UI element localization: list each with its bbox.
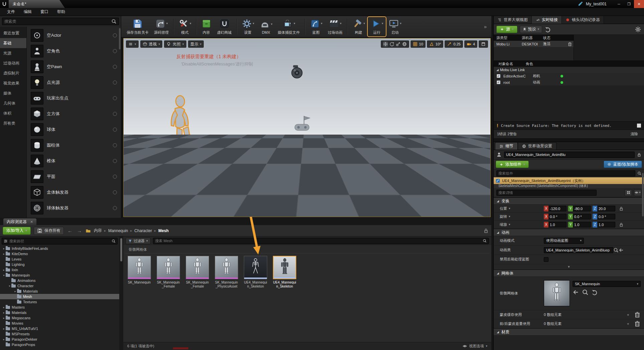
world-local-toggle-icon[interactable]: [402, 42, 407, 46]
toolbar-button[interactable]: ▾构建: [349, 17, 368, 36]
filters-button[interactable]: 过滤器▾: [126, 238, 151, 244]
place-category[interactable]: 最近放置: [0, 28, 26, 38]
expand-triangle-icon[interactable]: ◢: [496, 68, 499, 71]
add-source-button[interactable]: ＋源▾: [496, 26, 517, 33]
add-component-button[interactable]: ＋添加组件▾: [496, 161, 529, 168]
place-item[interactable]: 空Actor: [27, 27, 121, 43]
place-category[interactable]: 基础: [0, 38, 26, 48]
tab-details[interactable]: 细节: [495, 142, 518, 150]
section-material[interactable]: ◢材质: [494, 328, 644, 336]
tree-folder-row[interactable]: ▸Masters: [0, 305, 119, 310]
lock-icon[interactable]: [619, 214, 624, 219]
trash-icon[interactable]: [634, 320, 641, 327]
toolbar-overflow-button[interactable]: »: [482, 24, 489, 29]
dock-tab[interactable]: 实时链接: [532, 16, 562, 24]
presets-button[interactable]: 预设▾: [520, 26, 542, 33]
place-item[interactable]: 球体触发器: [27, 200, 121, 216]
perspective-button[interactable]: 透视▾: [140, 40, 163, 48]
class-search-input[interactable]: [4, 19, 111, 24]
blueprint-add-script-button[interactable]: 蓝图/添加脚本: [604, 161, 642, 168]
toolbar-button[interactable]: ▾模式: [176, 17, 194, 36]
axis-y-value[interactable]: 0.0 °: [573, 214, 591, 219]
place-item[interactable]: 点光源: [27, 74, 121, 90]
livelink-subject-row[interactable]: ✓root动画: [494, 79, 644, 85]
transform-label[interactable]: 缩放 ▾: [494, 222, 544, 227]
browse-to-asset-icon[interactable]: [613, 247, 619, 253]
tree-scrollbar[interactable]: [119, 236, 123, 350]
toolbar-button[interactable]: ▾蓝图: [307, 17, 325, 36]
place-item[interactable]: 椎体: [27, 153, 121, 169]
reset-icon[interactable]: [591, 289, 598, 296]
toolbar-button[interactable]: ▾运行: [368, 17, 386, 36]
add-import-button[interactable]: 添加/导入▾: [3, 227, 31, 235]
axis-y-value[interactable]: 1.0: [573, 222, 591, 227]
rotation-snap-control[interactable]: 10°: [427, 40, 444, 48]
toolbar-button[interactable]: 内容: [198, 17, 214, 36]
asset-tile[interactable]: SK_Mannequin_Female: [156, 256, 180, 289]
tree-folder-row[interactable]: ▾Character: [0, 283, 119, 289]
actor-name-field[interactable]: [504, 152, 635, 158]
expand-arrow-icon[interactable]: ▸: [2, 311, 6, 314]
asset-thumbnail[interactable]: [215, 256, 238, 279]
grid-snap-control[interactable]: 10: [411, 40, 426, 48]
asset-thumbnail[interactable]: [244, 256, 267, 279]
chevron-down-icon[interactable]: ▾: [382, 22, 383, 25]
asset-thumbnail[interactable]: [157, 256, 180, 279]
class-search-box[interactable]: [2, 18, 119, 25]
tree-folder-row[interactable]: Mesh: [0, 294, 119, 299]
section-animation[interactable]: ◢动画: [494, 229, 644, 236]
axis-x-value[interactable]: -120.0: [548, 206, 567, 211]
property-matrix-button[interactable]: [625, 189, 632, 196]
asset-thumbnail[interactable]: [186, 256, 209, 279]
transform-label[interactable]: 旋转 ▾: [494, 214, 544, 219]
path-picker-icon[interactable]: [86, 228, 91, 233]
expand-arrow-icon[interactable]: ▾: [2, 274, 6, 277]
tree-folder-row[interactable]: ▸Megascans: [0, 315, 119, 321]
tree-folder-row[interactable]: Textures: [0, 299, 119, 305]
forward-button[interactable]: →: [76, 228, 83, 233]
dock-tab[interactable]: 镜头试拍记录器: [562, 16, 604, 24]
move-tool-icon[interactable]: [383, 42, 388, 46]
chevron-down-icon[interactable]: ▾: [321, 22, 323, 25]
tree-folder-row[interactable]: Movies: [0, 321, 119, 326]
tree-folder-row[interactable]: ▸KiteDemo: [0, 251, 119, 256]
expand-arrow-icon[interactable]: ▸: [2, 252, 6, 255]
lock-icon[interactable]: [637, 153, 641, 157]
axis-z-value[interactable]: 0.0 °: [597, 214, 615, 219]
tree-folder-row[interactable]: ParagonProps: [0, 342, 119, 347]
transform-label[interactable]: 位置 ▾: [494, 206, 544, 211]
subject-group-row[interactable]: ◢ Mobu Live Link: [494, 67, 644, 73]
lock-icon[interactable]: [483, 228, 489, 233]
place-item[interactable]: 球体: [27, 122, 121, 137]
path-search-input[interactable]: [9, 239, 110, 243]
level-viewport[interactable]: 反射捕获需要重建（1 未构建） 'DisableAllScreenMessage…: [123, 38, 491, 217]
expand-arrow-icon[interactable]: ▸: [2, 306, 6, 309]
place-item[interactable]: 空Pawn: [27, 59, 121, 74]
chevron-down-icon[interactable]: ▾: [271, 23, 273, 26]
scale-snap-control[interactable]: 0.25: [445, 40, 463, 48]
tree-folder-row[interactable]: ▸MS_UrbAlTutV1: [0, 326, 119, 331]
section-transform[interactable]: ◢变换: [494, 197, 644, 205]
place-category[interactable]: 虚拟制片: [0, 68, 26, 78]
clear-button[interactable]: 清除: [628, 131, 641, 137]
undo-icon[interactable]: [544, 26, 551, 33]
add-element-icon[interactable]: ＋: [625, 311, 631, 318]
asset-tile[interactable]: UE4_Mannequin_Skeleton: [273, 256, 297, 289]
toolbar-button[interactable]: 虚幻商城: [214, 17, 234, 36]
expand-arrow-icon[interactable]: ▾: [8, 285, 11, 288]
trash-icon[interactable]: [568, 42, 572, 46]
tree-folder-row[interactable]: MSPresets: [0, 331, 119, 337]
path-search-box[interactable]: [2, 238, 118, 244]
use-selected-icon[interactable]: [573, 289, 579, 296]
toolbar-button[interactable]: ▾媒体捕捉文件: [275, 17, 303, 36]
tree-folder-row[interactable]: Animations: [0, 278, 119, 283]
place-item[interactable]: 立方体: [27, 106, 121, 122]
lock-icon[interactable]: [619, 222, 624, 227]
chevron-down-icon[interactable]: ▾: [400, 22, 401, 25]
viewport-options-button[interactable]: ▾: [126, 40, 139, 48]
place-category[interactable]: 光源: [0, 48, 26, 58]
details-scrollbar[interactable]: [642, 173, 644, 216]
rotate-tool-icon[interactable]: [389, 42, 394, 46]
axis-y-value[interactable]: -80.0: [573, 206, 591, 211]
axis-x-value[interactable]: 0.0 °: [548, 214, 567, 219]
